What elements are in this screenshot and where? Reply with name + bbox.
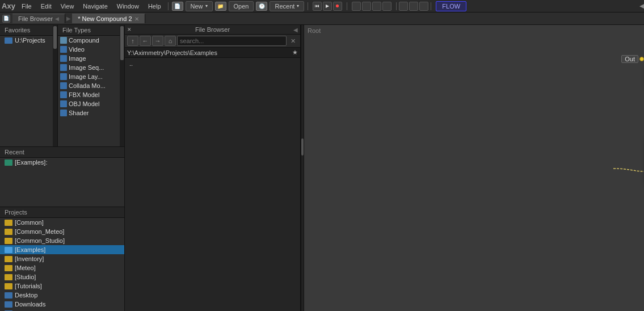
graph-btn[interactable] [382,2,392,11]
folder-icon-projects [5,37,12,44]
path-bar: ★ [125,48,300,58]
filetypes-scrollbar[interactable] [120,25,124,146]
nav-back-btn[interactable]: ← [140,36,151,46]
bookmark-icon[interactable]: ★ [292,49,298,56]
file-type-compound-label: Compound [69,37,99,44]
file-type-image[interactable]: Image [58,54,120,63]
canvas-out-connector: Out [621,55,644,63]
file-browser-panel: ✕ File Browser ◀ ↑ ← → ⌂ ✕ ★ .. [125,25,301,311]
search-input[interactable] [177,36,287,46]
file-type-image-lay[interactable]: Image Lay... [58,72,120,81]
open-button[interactable]: Open [229,1,254,11]
file-type-video[interactable]: Video [58,45,120,54]
recent-button[interactable]: Recent ▾ [270,1,304,11]
file-entry-parent[interactable]: .. [126,59,299,68]
play-btn[interactable]: ▶ [323,2,332,11]
panel-collapse-icon[interactable]: ◀ [637,2,644,10]
extra-controls [352,2,392,11]
toggle-icon[interactable]: ◀ [293,27,298,33]
canvas-area[interactable]: Root Out Solid Color ✕ ≡ [304,25,644,311]
project-item-common-meteo[interactable]: [Common_Meteo] [0,227,124,236]
new-button[interactable]: New ▾ [186,1,213,11]
menu-file[interactable]: File [17,2,36,11]
folder-downloads-icon [5,301,12,308]
play-back-btn[interactable]: ⏮ [313,2,322,11]
canvas-out-label: Out [621,55,638,63]
nav-home-btn[interactable]: ⌂ [165,36,176,46]
toolbar-sep-2 [347,2,347,10]
project-item-desktop[interactable]: Desktop [0,291,124,300]
route-btn[interactable] [399,2,408,11]
project-item-studio[interactable]: [Studio] [0,272,124,281]
project-item-downloads[interactable]: Downloads [0,300,124,309]
file-browser-content[interactable]: .. [125,58,300,311]
tab-icon-1: 📄 [2,15,10,23]
filetypes-scroll-thumb[interactable] [120,26,124,60]
folder-examples-icon [5,247,12,253]
nav-up-btn[interactable]: ↑ [127,36,138,46]
file-type-fbx[interactable]: FBX Model [58,90,120,99]
left-panel: Favorites U:\Projects File Types Compoun… [0,25,125,311]
file-type-collada-label: Collada Mo... [69,82,106,89]
project-item-common-studio[interactable]: [Common_Studio] [0,236,124,245]
project-desktop-label: Desktop [15,292,37,299]
record-btn[interactable]: ⏺ [333,2,342,11]
route-back-btn[interactable] [409,2,418,11]
menu-edit[interactable]: Edit [36,2,56,11]
recent-dropdown-icon: ▾ [297,3,299,9]
file-type-video-label: Video [69,46,85,53]
project-examples-label: [Examples] [15,246,45,253]
folder-icon-examples [5,159,12,166]
file-type-fbx-label: FBX Model [69,91,99,98]
close-icon[interactable]: ✕ [127,27,132,32]
menu-navigate[interactable]: Navigate [78,2,112,11]
project-item-common[interactable]: [Common] [0,218,124,227]
flow-button[interactable]: FLOW [436,1,466,11]
search-clear-icon[interactable]: ✕ [288,36,298,46]
file-type-obj[interactable]: OBJ Model [58,99,120,108]
file-type-compound[interactable]: Compound [58,36,120,45]
project-item-inventory[interactable]: [Inventory] [0,254,124,263]
divider-handle[interactable] [301,138,304,156]
folder-tutorials-icon [5,283,12,289]
nav-forward-btn[interactable]: → [152,36,163,46]
search-btn[interactable] [372,2,381,11]
redo-btn[interactable] [362,2,371,11]
collada-icon [60,82,67,89]
menu-view[interactable]: View [56,2,79,11]
file-type-image-seq[interactable]: Image Seq... [58,63,120,72]
recent-title: Recent [0,147,124,158]
path-input[interactable] [127,49,290,56]
favorites-scroll-thumb[interactable] [53,26,57,49]
project-item-documents[interactable]: Documents [0,309,124,311]
tab-arrow: ▶ [66,15,71,22]
project-item-tutorials[interactable]: [Tutorials] [0,281,124,291]
menu-help[interactable]: Help [144,2,166,11]
favorites-title: Favorites [0,25,53,36]
project-meteo-label: [Meteo] [15,264,36,271]
open-folder-icon: 📁 [215,2,226,11]
favorites-scrollbar[interactable] [53,25,57,146]
tab-close-icon[interactable]: ✕ [134,16,139,22]
app-logo: Axy [0,2,17,10]
undo-btn[interactable] [352,2,361,11]
project-item-examples[interactable]: [Examples] [0,245,124,254]
project-item-meteo[interactable]: [Meteo] [0,263,124,272]
file-type-shader[interactable]: Shader [58,108,120,117]
file-type-collada[interactable]: Collada Mo... [58,81,120,90]
favorites-item-projects[interactable]: U:\Projects [0,36,53,45]
image-icon [60,55,67,62]
route-fwd-btn[interactable] [419,2,428,11]
menu-window[interactable]: Window [112,2,144,11]
tab-new-compound[interactable]: * New Compound 2 ✕ [72,14,145,23]
tab-toggle-icon[interactable]: ◀ [55,16,59,22]
project-studio-label: [Studio] [15,274,36,280]
image-lay-icon [60,73,67,80]
main-layout: Favorites U:\Projects File Types Compoun… [0,25,644,311]
folder-desktop-icon [5,292,12,299]
new-label: New [191,3,203,10]
recent-item-examples[interactable]: [Examples]: [0,158,124,167]
recent-section: Recent [Examples]: [0,147,124,207]
video-icon [60,46,67,53]
tab-file-browser[interactable]: File Browser ◀ [12,14,65,23]
